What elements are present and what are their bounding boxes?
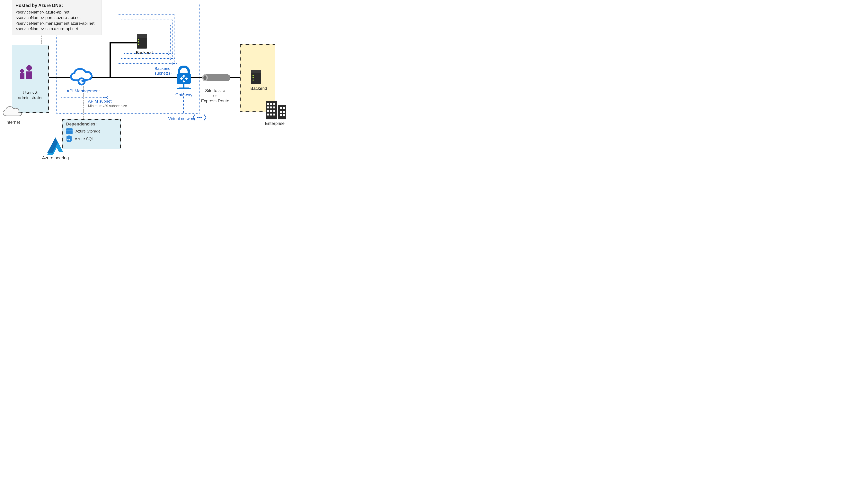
- svg-rect-33: [189, 88, 191, 89]
- svg-point-3: [173, 63, 174, 64]
- svg-rect-38: [251, 70, 261, 74]
- svg-rect-30: [183, 84, 185, 88]
- tunnel-label: Site to site or Express Route: [195, 88, 235, 104]
- backend-server-internal: Backend: [136, 34, 153, 55]
- backend-connector-v: [110, 42, 111, 78]
- svg-rect-32: [177, 88, 179, 89]
- svg-rect-58: [280, 111, 282, 113]
- azure-peering-label: Azure peering: [42, 155, 69, 160]
- svg-rect-54: [270, 114, 272, 116]
- dns-line: <serviceName>.scm.azure-api.net: [15, 26, 98, 31]
- svg-rect-18: [20, 74, 25, 79]
- server-icon: [250, 69, 267, 85]
- svg-rect-49: [273, 106, 275, 108]
- gateway-label: Gateway: [172, 92, 195, 97]
- dependency-label: Azure Storage: [76, 129, 100, 133]
- svg-point-24: [138, 44, 139, 45]
- svg-rect-60: [280, 114, 282, 116]
- svg-rect-34: [204, 74, 230, 81]
- dns-line: <serviceName>.portal.azure-api.net: [15, 15, 98, 21]
- svg-rect-50: [267, 110, 269, 112]
- architecture-diagram: Virtual network Backend subnet(s) APIM s…: [0, 0, 289, 166]
- svg-rect-61: [283, 114, 285, 116]
- svg-rect-21: [137, 34, 147, 38]
- svg-point-41: [253, 79, 254, 81]
- svg-text:SQL: SQL: [67, 139, 71, 141]
- internet-label: Internet: [0, 120, 25, 125]
- dns-line: <serviceName>.azure-api.net: [15, 9, 98, 15]
- svg-point-0: [197, 117, 199, 118]
- svg-point-23: [138, 41, 139, 42]
- svg-rect-51: [270, 110, 272, 112]
- subnet-peer-icon: [169, 56, 175, 61]
- vnet-label: Virtual network: [168, 116, 195, 121]
- server-icon: [136, 34, 153, 49]
- svg-rect-16: [26, 71, 32, 79]
- users-label: Users & administrator: [12, 90, 48, 101]
- svg-point-15: [26, 65, 32, 71]
- dependency-label: Azure SQL: [75, 136, 94, 141]
- svg-point-14: [106, 97, 107, 98]
- svg-point-10: [170, 53, 170, 53]
- internet-cloud: Internet: [0, 104, 25, 125]
- sql-icon: SQL: [66, 135, 72, 142]
- svg-point-22: [138, 39, 139, 40]
- svg-rect-44: [267, 103, 269, 105]
- svg-rect-53: [267, 114, 269, 116]
- dns-line: <serviceName>.management.azure-api.net: [15, 21, 98, 26]
- users-zone: Users & administrator: [12, 44, 49, 113]
- svg-rect-46: [273, 103, 275, 105]
- api-management-icon: [67, 67, 95, 86]
- gateway-icon: [175, 66, 193, 91]
- svg-rect-48: [270, 106, 272, 108]
- apim-subnet-label: APIM subnet Minimum /29 subnet size: [88, 99, 127, 108]
- svg-point-40: [253, 77, 254, 78]
- users-icon: [18, 65, 36, 80]
- svg-rect-47: [267, 106, 269, 108]
- svg-marker-69: [48, 137, 58, 153]
- svg-point-2: [201, 117, 202, 118]
- svg-rect-31: [179, 88, 189, 89]
- cloud-icon: [0, 104, 25, 119]
- svg-point-9: [169, 53, 170, 53]
- backend-server-enterprise: Backend: [250, 69, 267, 91]
- svg-rect-59: [283, 111, 285, 113]
- subnet-peer-icon: [167, 51, 173, 55]
- enterprise-building-icon: [266, 100, 287, 120]
- svg-point-6: [171, 58, 172, 58]
- dns-info-box: Hosted by Azure DNS: <serviceName>.azure…: [12, 0, 102, 35]
- dependency-storage: Azure Storage: [66, 128, 117, 134]
- svg-point-39: [253, 75, 254, 76]
- svg-rect-55: [273, 114, 275, 116]
- svg-rect-43: [278, 105, 286, 119]
- apim-label: API Management: [67, 89, 100, 94]
- svg-point-12: [105, 97, 105, 98]
- svg-point-4: [174, 63, 174, 64]
- svg-rect-63: [66, 131, 72, 131]
- tunnel-pipe-icon: [201, 73, 233, 82]
- backend-subnets-label: Backend subnet(s): [154, 66, 172, 76]
- svg-rect-45: [270, 103, 272, 105]
- svg-point-11: [170, 53, 171, 53]
- svg-point-7: [172, 58, 172, 58]
- subnet-peer-icon: [172, 61, 177, 66]
- backend-internal-label: Backend: [136, 50, 153, 55]
- enterprise-backend-label: Backend: [250, 86, 267, 91]
- svg-point-1: [199, 117, 200, 118]
- dependencies-box: Dependencies: Azure Storage SQL Azure SQ…: [62, 119, 121, 149]
- enterprise-label: Enterprise: [265, 121, 285, 126]
- dns-title: Hosted by Azure DNS:: [15, 2, 98, 9]
- svg-point-5: [174, 63, 175, 64]
- svg-rect-52: [273, 110, 275, 112]
- svg-point-8: [172, 58, 173, 58]
- svg-point-17: [20, 69, 24, 73]
- gateway-vnet-connector: [183, 91, 184, 113]
- dependencies-title: Dependencies:: [66, 121, 117, 127]
- svg-rect-56: [280, 107, 282, 109]
- svg-point-36: [203, 75, 206, 80]
- backend-connector-h: [110, 42, 137, 43]
- azure-peering-icon: [47, 137, 64, 155]
- svg-point-13: [105, 97, 106, 98]
- dependency-sql: SQL Azure SQL: [66, 135, 117, 142]
- storage-icon: [66, 128, 73, 134]
